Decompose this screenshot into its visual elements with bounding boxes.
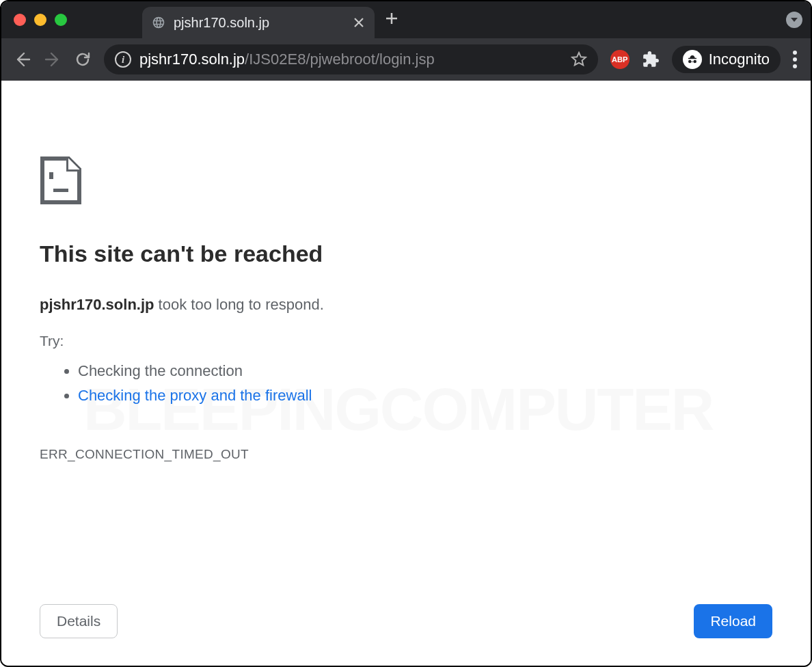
maximize-window-button[interactable] [55, 14, 67, 26]
bookmark-star-icon[interactable] [571, 51, 587, 68]
tab-strip: pjshr170.soln.jp [1, 1, 811, 38]
incognito-icon [683, 50, 702, 69]
try-label: Try: [40, 333, 772, 349]
extensions-puzzle-icon[interactable] [642, 51, 660, 68]
incognito-badge[interactable]: Incognito [672, 46, 781, 73]
svg-rect-0 [49, 172, 53, 179]
browser-chrome: pjshr170.soln.jp i pjshr170.soln.jp/IJS0… [1, 1, 811, 81]
kebab-menu-icon[interactable] [793, 51, 798, 68]
reload-icon[interactable] [74, 51, 92, 68]
svg-rect-1 [53, 189, 68, 192]
suggestion-check-connection: Checking the connection [78, 359, 772, 383]
error-code: ERR_CONNECTION_TIMED_OUT [40, 447, 772, 462]
close-window-button[interactable] [14, 14, 26, 26]
profile-menu-icon[interactable] [786, 12, 802, 28]
close-tab-icon[interactable] [353, 16, 365, 29]
forward-button[interactable] [44, 51, 62, 68]
suggestion-check-proxy-firewall[interactable]: Checking the proxy and the firewall [78, 387, 312, 404]
globe-icon [152, 16, 165, 29]
suggestions-list: Checking the connection Checking the pro… [40, 359, 772, 409]
url-host: pjshr170.soln.jp [139, 51, 245, 68]
error-title: This site can't be reached [40, 241, 772, 267]
site-info-icon[interactable]: i [115, 51, 131, 68]
minimize-window-button[interactable] [34, 14, 46, 26]
url-path: /IJS02E8/pjwebroot/login.jsp [245, 51, 435, 68]
error-subtitle: pjshr170.soln.jp took too long to respon… [40, 296, 772, 314]
browser-tab[interactable]: pjshr170.soln.jp [142, 7, 375, 38]
page-content: BLEEPINGCOMPUTER This site can't be reac… [1, 81, 811, 666]
button-row: Details Reload [40, 604, 772, 638]
toolbar: i pjshr170.soln.jp/IJS02E8/pjwebroot/log… [1, 38, 811, 81]
error-host: pjshr170.soln.jp [40, 296, 154, 313]
error-host-suffix: took too long to respond. [154, 296, 324, 313]
details-button[interactable]: Details [40, 604, 118, 638]
sad-file-icon [40, 156, 772, 208]
adblock-extension-icon[interactable]: ABP [610, 50, 630, 69]
new-tab-button[interactable] [384, 11, 399, 29]
incognito-label: Incognito [709, 51, 770, 68]
window-controls [14, 14, 67, 26]
back-button[interactable] [14, 51, 31, 68]
tab-title: pjshr170.soln.jp [174, 15, 269, 31]
address-bar[interactable]: i pjshr170.soln.jp/IJS02E8/pjwebroot/log… [104, 44, 598, 74]
reload-button[interactable]: Reload [694, 604, 772, 638]
